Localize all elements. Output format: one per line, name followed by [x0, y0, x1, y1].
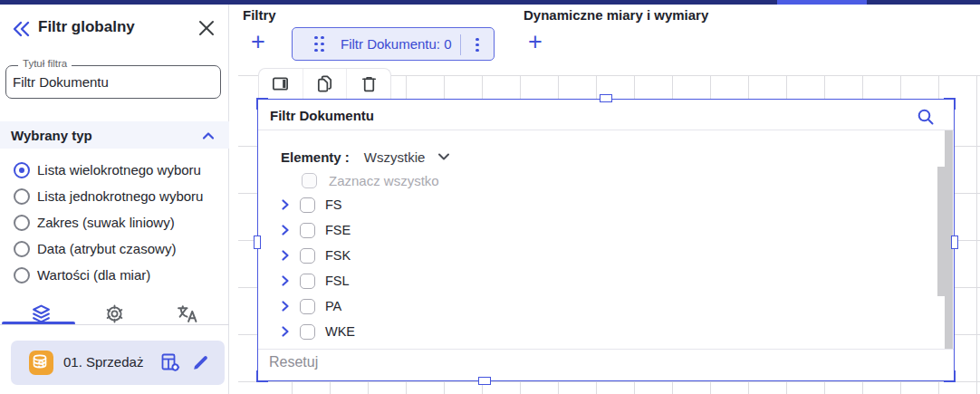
table-settings-icon[interactable]	[159, 351, 181, 373]
selection-corner-bottom-left[interactable]	[256, 370, 268, 382]
panel-footer-divider	[258, 349, 954, 350]
item-checkbox[interactable]	[300, 299, 315, 314]
item-label: WKE	[325, 324, 355, 339]
filter-title-input[interactable]	[13, 70, 212, 93]
selection-corner-bottom-right[interactable]	[944, 370, 956, 382]
tab-settings[interactable]	[87, 300, 141, 327]
filter-item-tree: FS FSE FSK FSL	[279, 192, 641, 344]
filters-section-header: Filtry	[243, 7, 276, 23]
close-icon[interactable]	[196, 17, 217, 39]
radio-label: Wartości (dla miar)	[37, 267, 150, 283]
chevron-right-icon[interactable]	[279, 249, 292, 262]
tree-row-fs[interactable]: FS	[279, 192, 641, 217]
selection-handle-bottom[interactable]	[478, 377, 491, 385]
trash-icon	[360, 74, 379, 93]
selection-corner-top-right[interactable]	[944, 98, 956, 110]
settings-gear-icon	[104, 303, 125, 324]
selection-handle-top[interactable]	[600, 94, 612, 102]
radio-option-measure-values[interactable]: Wartości (dla miar)	[0, 264, 229, 287]
add-filter-button[interactable]: +	[251, 30, 265, 54]
tree-row-fsk[interactable]: FSK	[279, 243, 641, 268]
elements-dropdown-value[interactable]: Wszystkie	[364, 149, 426, 165]
reset-button[interactable]: Resetuj	[269, 354, 318, 370]
item-label: PA	[325, 299, 341, 313]
data-source-label: 01. Sprzedaż	[63, 354, 143, 370]
filter-chip[interactable]: Filtr Dokumentu: 0	[292, 27, 495, 61]
sidebar-header: Filtr globalny	[0, 15, 228, 43]
data-source-item[interactable]: S 01. Sprzedaż	[11, 341, 225, 385]
translate-icon	[177, 303, 197, 324]
data-source-actions	[159, 351, 212, 373]
tree-row-fse[interactable]: FSE	[279, 217, 641, 243]
drag-handle-icon[interactable]	[314, 36, 324, 53]
item-label: FSK	[325, 248, 351, 263]
list-scrollbar-thumb[interactable]	[937, 167, 953, 296]
radio-label: Lista wielokrotnego wyboru	[37, 162, 201, 178]
sidebar-title: Filtr globalny	[38, 18, 135, 36]
selected-type-title: Wybrany typ	[11, 128, 92, 143]
side-panel-icon	[271, 74, 290, 93]
item-label: FS	[325, 197, 342, 212]
selection-corner-top-left[interactable]	[256, 98, 268, 110]
collapse-panel-icon[interactable]	[11, 18, 33, 40]
radio-option-multi-select[interactable]: Lista wielokrotnego wyboru	[0, 159, 229, 182]
radio-label: Data (atrybut czasowy)	[37, 241, 176, 256]
radio-option-date[interactable]: Data (atrybut czasowy)	[0, 237, 229, 261]
side-panel-toggle-button[interactable]	[259, 69, 303, 99]
select-all-label: Zaznacz wszystko	[329, 173, 439, 188]
chevron-down-icon[interactable]	[436, 149, 452, 165]
item-checkbox[interactable]	[300, 324, 315, 340]
dynamic-measures-header: Dynamiczne miary i wymiary	[524, 7, 708, 23]
item-checkbox[interactable]	[300, 274, 315, 289]
selection-handle-left[interactable]	[254, 235, 261, 249]
data-source-icon: S	[29, 351, 53, 375]
radio-option-single-select[interactable]: Lista jednokrotnego wyboru	[0, 185, 229, 208]
tree-row-pa[interactable]: PA	[279, 293, 641, 319]
chip-divider	[460, 34, 461, 55]
item-checkbox[interactable]	[300, 248, 315, 264]
selection-handle-right[interactable]	[951, 235, 958, 249]
radio-icon	[14, 162, 30, 178]
chevron-right-icon[interactable]	[279, 274, 292, 287]
tree-row-fsl[interactable]: FSL	[279, 268, 641, 293]
tabbar-divider	[0, 324, 229, 325]
chevron-right-icon[interactable]	[279, 300, 292, 312]
item-checkbox[interactable]	[300, 223, 315, 238]
panel-title: Filtr Dokumentu	[270, 108, 374, 123]
radio-label: Lista jednokrotnego wyboru	[37, 188, 203, 204]
select-all-checkbox[interactable]	[302, 173, 317, 188]
item-label: FSE	[325, 223, 351, 237]
chevron-right-icon[interactable]	[279, 224, 292, 236]
radio-icon	[14, 267, 30, 283]
elements-filter-row: Elementy : Wszystkie	[281, 145, 452, 168]
chevron-right-icon[interactable]	[279, 198, 292, 211]
edit-pencil-icon[interactable]	[190, 351, 212, 373]
widget-toolbar	[258, 68, 391, 99]
panel-header-divider	[258, 130, 954, 130]
app-window: Filtr globalny Tytuł filtra Wybrany typ	[0, 0, 980, 394]
filter-title-field-label: Tytuł filtra	[18, 58, 72, 69]
item-label: FSL	[325, 274, 350, 288]
radio-option-range-slider[interactable]: Zakres (suwak liniowy)	[0, 211, 229, 235]
radio-icon	[14, 215, 30, 231]
chevron-right-icon[interactable]	[279, 325, 292, 338]
top-progress-segment	[777, 0, 867, 5]
filter-widget-panel: Filtr Dokumentu Elementy : Wszystkie Zaz…	[258, 100, 954, 380]
chevron-up-icon[interactable]	[200, 128, 216, 144]
kebab-menu-icon[interactable]	[471, 35, 484, 54]
radio-icon	[14, 241, 30, 257]
radio-icon	[14, 188, 30, 205]
item-checkbox[interactable]	[300, 197, 315, 213]
select-all-row[interactable]: Zaznacz wszystko	[302, 169, 439, 191]
data-source-icon-letter: S	[29, 359, 53, 370]
delete-button[interactable]	[346, 69, 390, 99]
search-icon[interactable]	[916, 107, 936, 127]
duplicate-button[interactable]	[303, 69, 347, 99]
filter-title-field-group: Tytuł filtra	[5, 61, 221, 96]
selected-type-section-header[interactable]: Wybrany typ	[0, 121, 229, 149]
add-dynamic-button[interactable]: +	[528, 30, 543, 54]
elements-label: Elementy :	[281, 149, 350, 165]
tree-row-wke[interactable]: WKE	[279, 319, 641, 344]
copy-icon	[315, 74, 334, 93]
tab-translate[interactable]	[159, 300, 214, 327]
